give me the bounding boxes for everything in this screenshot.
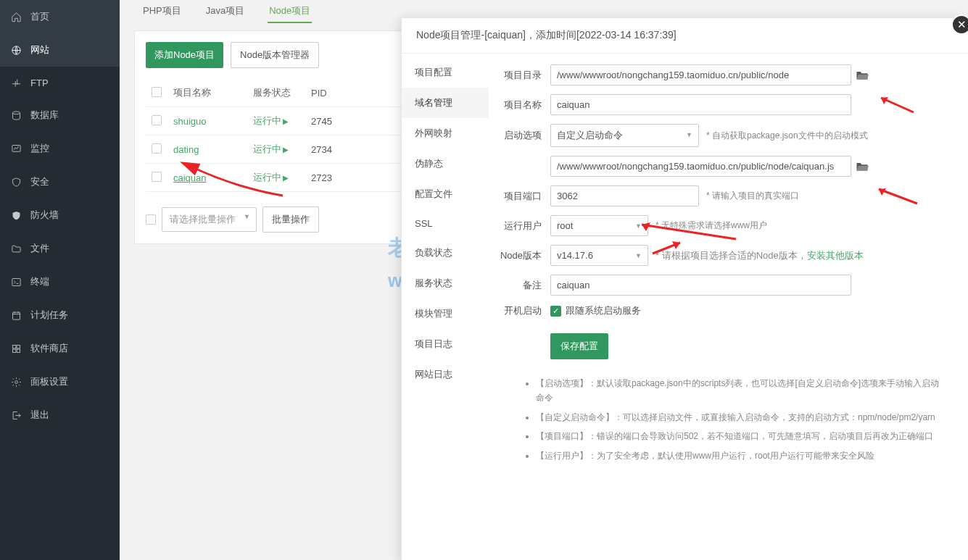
database-icon [10, 109, 22, 121]
sidebar-item-security[interactable]: 安全 [0, 165, 120, 198]
dir-input[interactable] [550, 64, 851, 85]
tab-php[interactable]: PHP项目 [141, 0, 183, 23]
checkbox[interactable] [152, 115, 162, 125]
sidebar-item-label: 面板设置 [30, 375, 68, 388]
svg-rect-7 [12, 349, 15, 352]
modal-tab-module[interactable]: 模块管理 [402, 298, 489, 329]
modal-tab-ssl[interactable]: SSL [402, 209, 489, 238]
sidebar-item-file[interactable]: 文件 [0, 232, 120, 265]
svg-rect-8 [17, 349, 20, 352]
hint-startopt: * 自动获取package.json文件中的启动模式 [706, 130, 868, 142]
save-button[interactable]: 保存配置 [550, 333, 608, 359]
user-select[interactable]: root [550, 215, 648, 236]
batch-select[interactable]: 请选择批量操作 [162, 207, 257, 232]
sidebar-item-label: 终端 [30, 275, 49, 288]
checkbox[interactable] [152, 172, 162, 182]
nodever-select[interactable]: v14.17.6 [550, 245, 648, 266]
modal-title: Node项目管理-[caiquan]，添加时间[2022-03-14 16:37… [402, 18, 968, 54]
add-node-button[interactable]: 添加Node项目 [146, 42, 223, 68]
sidebar-item-database[interactable]: 数据库 [0, 99, 120, 132]
modal-tab-sitelog[interactable]: 网站日志 [402, 359, 489, 390]
project-link[interactable]: caiquan [173, 172, 207, 183]
calendar-icon [10, 309, 22, 321]
label-user: 运行用户 [492, 220, 550, 233]
label-nodever: Node版本 [492, 249, 550, 262]
sidebar-item-label: 安全 [30, 175, 49, 188]
project-link[interactable]: shuiguo [173, 116, 207, 127]
modal: ✕ Node项目管理-[caiquan]，添加时间[2022-03-14 16:… [401, 18, 968, 560]
sidebar-item-label: 文件 [30, 242, 49, 255]
firewall-icon [10, 209, 22, 221]
note-item: 【自定义启动命令】：可以选择启动文件，或直接输入启动命令，支持的启动方式：npm… [536, 408, 946, 427]
sidebar-item-ftp[interactable]: FTP [0, 67, 120, 99]
svg-rect-4 [12, 312, 20, 319]
modal-tab-service[interactable]: 服务状态 [402, 268, 489, 298]
remark-input[interactable] [550, 275, 851, 296]
modal-tab-configfile[interactable]: 配置文件 [402, 179, 489, 209]
checkbox-all[interactable] [152, 87, 162, 97]
tab-node[interactable]: Node项目 [268, 0, 312, 23]
modal-tab-extnet[interactable]: 外网映射 [402, 118, 489, 149]
svg-point-1 [12, 111, 20, 114]
monitor-icon [10, 143, 22, 154]
sidebar-item-settings[interactable]: 面板设置 [0, 365, 120, 398]
project-link[interactable]: dating [173, 144, 199, 155]
label-dir: 项目目录 [492, 69, 550, 82]
label-startopt: 启动选项 [492, 129, 550, 142]
svg-rect-5 [12, 345, 15, 348]
gear-icon [10, 376, 22, 388]
sidebar-item-firewall[interactable]: 防火墙 [0, 198, 120, 232]
checkbox[interactable] [146, 214, 156, 225]
note-item: 【运行用户】：为了安全考虑，默认使用www用户运行，root用户运行可能带来安全… [536, 446, 946, 465]
modal-sidebar: 项目配置 域名管理 外网映射 伪静态 配置文件 SSL 负载状态 服务状态 模块… [402, 54, 489, 480]
svg-rect-3 [12, 278, 20, 285]
label-port: 项目端口 [492, 190, 550, 203]
install-link[interactable]: 安装其他版本 [807, 250, 864, 261]
modal-tab-rewrite[interactable]: 伪静态 [402, 149, 489, 179]
col-status: 服务状态 [247, 79, 305, 107]
modal-tab-config[interactable]: 项目配置 [402, 57, 489, 88]
folder-browse-icon[interactable] [856, 70, 869, 80]
checkbox[interactable] [152, 143, 162, 154]
sidebar-item-website[interactable]: 网站 [0, 33, 120, 67]
hint-port: * 请输入项目的真实端口 [706, 190, 799, 202]
globe-icon [10, 44, 22, 56]
sidebar-item-home[interactable]: 首页 [0, 0, 120, 33]
hint-nodever: * 请根据项目选择合适的Node版本，安装其他版本 [655, 249, 864, 262]
notes: 【启动选项】：默认读取package.json中的scripts列表，也可以选择… [514, 374, 946, 465]
sidebar-item-monitor[interactable]: 监控 [0, 132, 120, 165]
sidebar: 首页 网站 FTP 数据库 监控 安全 防火墙 文件 终端 计划任务 软件商店 … [0, 0, 120, 560]
tab-java[interactable]: Java项目 [204, 0, 246, 23]
home-icon [10, 11, 22, 22]
folder-browse-icon[interactable] [856, 161, 869, 172]
sidebar-item-label: 首页 [30, 10, 49, 23]
modal-form: 项目目录 项目名称 启动选项 自定义启动命令 * 自动获取package.jso… [489, 54, 968, 480]
batch-button[interactable]: 批量操作 [262, 206, 319, 233]
grid-icon [10, 343, 22, 354]
modal-tab-projlog[interactable]: 项目日志 [402, 329, 489, 359]
port-input[interactable] [550, 185, 699, 206]
sidebar-item-logout[interactable]: 退出 [0, 398, 120, 432]
close-button[interactable]: ✕ [951, 14, 968, 35]
col-name: 项目名称 [167, 79, 247, 107]
sidebar-item-label: 监控 [30, 142, 49, 155]
modal-tab-load[interactable]: 负载状态 [402, 238, 489, 268]
sidebar-item-terminal[interactable]: 终端 [0, 265, 120, 298]
ftp-icon [10, 77, 22, 88]
shield-icon [10, 176, 22, 188]
node-version-button[interactable]: Node版本管理器 [231, 42, 319, 68]
sidebar-item-label: FTP [30, 78, 49, 88]
sidebar-item-store[interactable]: 软件商店 [0, 332, 120, 365]
sidebar-item-label: 退出 [30, 409, 49, 422]
modal-tab-domain[interactable]: 域名管理 [402, 88, 489, 118]
boot-label: 跟随系统启动服务 [566, 304, 641, 317]
sidebar-item-cron[interactable]: 计划任务 [0, 298, 120, 332]
boot-checkbox[interactable]: ✓ [550, 306, 561, 317]
note-item: 【启动选项】：默认读取package.json中的scripts列表，也可以选择… [536, 374, 946, 408]
sidebar-item-label: 网站 [30, 43, 49, 57]
startfile-input[interactable] [550, 156, 851, 177]
name-input[interactable] [550, 94, 851, 115]
label-boot: 开机启动 [492, 304, 550, 317]
startopt-select[interactable]: 自定义启动命令 [550, 124, 699, 147]
status-badge: 运行中▶ [253, 143, 289, 154]
